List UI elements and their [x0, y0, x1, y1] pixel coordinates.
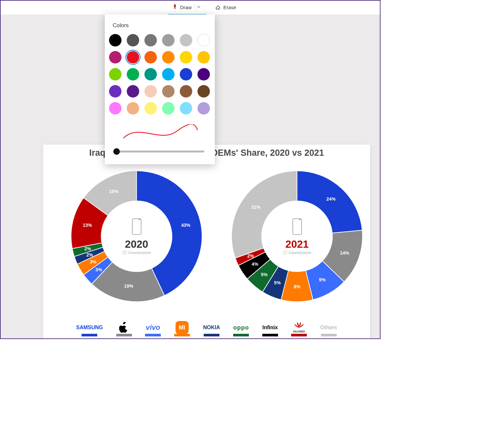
app-window: Draw Erase Iraq Smartphone Market Top OE…: [0, 0, 381, 339]
color-swatch[interactable]: [162, 85, 175, 98]
color-swatch[interactable]: [109, 68, 121, 81]
legend-color-bar: [204, 334, 219, 336]
legend-item: NOKIA: [203, 322, 220, 336]
draw-label: Draw: [180, 5, 192, 10]
thickness-slider-thumb[interactable]: [113, 148, 120, 155]
color-swatch[interactable]: [127, 102, 139, 115]
svg-rect-4: [292, 219, 301, 235]
legend-item: MI: [174, 322, 190, 336]
color-swatch[interactable]: [162, 51, 175, 63]
slice-value-label: 9%: [319, 277, 326, 282]
legend-color-bar: [82, 334, 97, 336]
color-swatch[interactable]: [180, 68, 192, 81]
color-swatch[interactable]: [197, 68, 210, 81]
slice-value-label: 43%: [181, 223, 190, 228]
color-swatches: [111, 34, 208, 115]
chart-card: Iraq Smartphone Market Top OEMs' Share, …: [43, 145, 370, 339]
color-swatch[interactable]: [197, 102, 210, 115]
year-label-2020: 2020: [122, 238, 151, 250]
legend-item: [116, 322, 132, 336]
color-swatch[interactable]: [127, 68, 139, 81]
legend-color-bar: [174, 334, 190, 336]
draw-options-panel: Colors: [105, 14, 215, 164]
legend-color-bar: [233, 334, 249, 336]
eraser-icon: [215, 4, 221, 11]
color-swatch[interactable]: [144, 102, 157, 115]
color-swatch[interactable]: [180, 102, 192, 115]
donut-center-2021: 2021 Counterpoint: [283, 218, 311, 255]
color-swatch[interactable]: [127, 34, 139, 46]
svg-rect-5: [299, 219, 300, 220]
legend-logo: SAMSUNG: [76, 322, 103, 333]
donut-center-2020: 2020 Counterpoint: [122, 218, 151, 255]
slice-value-label: 5%: [261, 272, 268, 277]
slice-value-label: 14%: [340, 250, 349, 256]
phone-icon: [131, 218, 142, 236]
slice-value-label: 2%: [84, 246, 91, 251]
legend-logo: oppo: [233, 322, 249, 333]
legend-logo: NOKIA: [203, 322, 220, 333]
slice-value-label: 19%: [124, 283, 133, 289]
source-label-2021: Counterpoint: [283, 250, 311, 255]
legend-logo: MI: [176, 322, 189, 333]
color-swatch[interactable]: [109, 34, 121, 46]
legend-logo: HUAWEI: [293, 322, 305, 333]
legend-logo: Infinix: [262, 322, 278, 333]
color-swatch[interactable]: [162, 34, 175, 46]
legend-item: oppo: [233, 322, 249, 336]
legend-logo: Others: [320, 322, 337, 333]
color-swatch[interactable]: [197, 85, 210, 98]
source-label-2020: Counterpoint: [122, 250, 151, 255]
donut-2020: 2020 Counterpoint 43%19%3%3%2%2%13%15%: [65, 164, 209, 308]
draw-button[interactable]: Draw: [168, 1, 206, 15]
legend-item: Infinix: [262, 322, 278, 336]
legend-item: SAMSUNG: [76, 322, 103, 336]
svg-rect-2: [138, 219, 140, 220]
donut-2021: 2021 Counterpoint 24%14%9%8%5%5%4%2%31%: [225, 164, 369, 308]
legend: SAMSUNGvivoMINOKIAoppoInfinixHUAWEIOther…: [43, 322, 370, 336]
color-swatch[interactable]: [162, 68, 175, 81]
color-swatch[interactable]: [127, 85, 139, 98]
phone-icon: [291, 218, 303, 236]
color-swatch[interactable]: [144, 85, 157, 98]
color-swatch[interactable]: [180, 34, 192, 46]
slice-value-label: 4%: [252, 261, 258, 267]
legend-color-bar: [321, 334, 337, 336]
svg-rect-1: [132, 219, 141, 235]
legend-item: vivo: [145, 322, 161, 336]
color-swatch[interactable]: [197, 51, 210, 63]
color-swatch[interactable]: [109, 51, 121, 63]
color-swatch[interactable]: [180, 85, 192, 98]
thickness-slider[interactable]: [115, 151, 204, 152]
slice-value-label: 2%: [86, 252, 93, 258]
legend-item: HUAWEI: [291, 322, 307, 336]
color-swatch[interactable]: [109, 102, 121, 115]
slice-value-label: 3%: [90, 259, 96, 264]
color-swatch[interactable]: [144, 34, 157, 46]
slice-value-label: 31%: [251, 205, 260, 210]
pen-icon: [172, 4, 178, 11]
legend-item: Others: [320, 322, 337, 336]
toolbar: Draw Erase: [1, 1, 380, 15]
color-swatch[interactable]: [162, 102, 175, 115]
slice-value-label: 15%: [109, 189, 118, 194]
erase-label: Erase: [223, 5, 236, 10]
color-swatch[interactable]: [197, 34, 210, 46]
draw-dropdown-chevron[interactable]: [195, 4, 202, 10]
slice-value-label: 2%: [247, 253, 254, 259]
erase-button[interactable]: Erase: [211, 1, 240, 15]
color-swatch[interactable]: [109, 85, 121, 98]
color-swatch[interactable]: [144, 68, 157, 81]
slice-value-label: 24%: [326, 196, 336, 202]
legend-logo: vivo: [146, 322, 160, 333]
slice-value-label: 3%: [95, 267, 102, 272]
color-swatch[interactable]: [127, 51, 139, 63]
color-swatch[interactable]: [180, 51, 192, 63]
color-swatch[interactable]: [144, 51, 157, 63]
legend-color-bar: [116, 334, 132, 336]
slice-value-label: 8%: [294, 284, 300, 289]
stroke-preview: [115, 124, 206, 141]
legend-color-bar: [145, 334, 161, 336]
legend-color-bar: [291, 334, 307, 336]
legend-color-bar: [262, 334, 278, 336]
